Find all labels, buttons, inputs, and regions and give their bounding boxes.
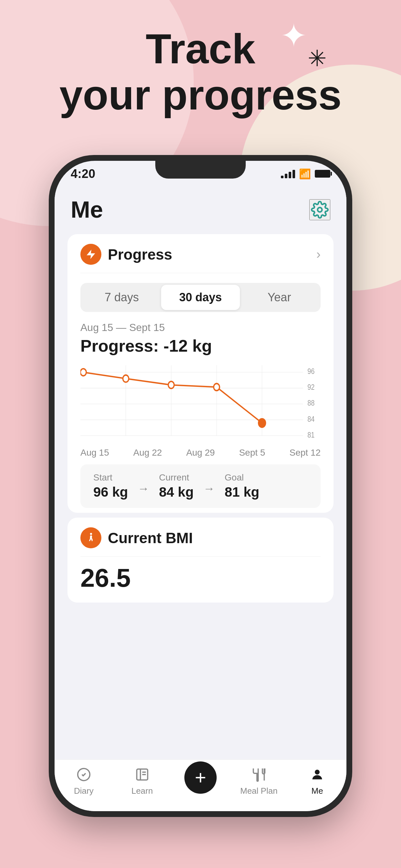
- learn-icon: [133, 766, 151, 783]
- fork-knife-icon: [251, 767, 266, 782]
- x-label-3: Sept 5: [239, 447, 265, 458]
- bmi-card-header-left: Current BMI: [81, 527, 193, 548]
- tab-30days[interactable]: 30 days: [161, 285, 240, 310]
- svg-text:88: 88: [307, 399, 314, 407]
- nav-label-learn: Learn: [131, 786, 153, 796]
- tab-7days[interactable]: 7 days: [82, 285, 161, 310]
- nav-item-add[interactable]: +: [172, 768, 230, 794]
- app-content: Me: [55, 187, 346, 811]
- bmi-icon: [81, 527, 101, 548]
- nav-item-me[interactable]: Me: [288, 766, 346, 796]
- phone-mockup: 4:20 📶 Me: [49, 155, 352, 817]
- x-label-0: Aug 15: [81, 447, 109, 458]
- svg-point-15: [90, 533, 92, 535]
- status-time: 4:20: [71, 167, 95, 181]
- svg-point-0: [318, 207, 322, 212]
- card-divider: [81, 273, 320, 273]
- progress-chevron-icon[interactable]: ›: [316, 247, 320, 261]
- stats-row: Start 96 kg → Current 84 kg → Goal 81 kg: [81, 464, 320, 508]
- nav-item-meal-plan[interactable]: Meal Plan: [229, 766, 288, 796]
- app-header: Me: [55, 187, 346, 229]
- plus-icon: +: [195, 768, 206, 787]
- arrow-current-icon: →: [200, 482, 218, 495]
- chart-point-3: [214, 383, 220, 391]
- date-range: Aug 15 — Sept 15: [67, 321, 334, 334]
- nav-label-meal-plan: Meal Plan: [240, 786, 278, 796]
- page-title: Me: [71, 196, 103, 223]
- progress-icon: [81, 244, 101, 265]
- stat-start: Start 96 kg: [93, 472, 128, 500]
- tab-year[interactable]: Year: [240, 285, 319, 310]
- chart-x-labels: Aug 15 Aug 22 Aug 29 Sept 5 Sept 12: [67, 446, 334, 460]
- stat-current-label: Current: [159, 472, 193, 483]
- check-circle-icon: [76, 767, 91, 782]
- nav-label-me: Me: [312, 786, 323, 796]
- person-walking-icon: [85, 532, 97, 544]
- nav-label-diary: Diary: [74, 786, 94, 796]
- chart-point-2: [168, 381, 174, 389]
- wifi-icon: 📶: [299, 168, 311, 180]
- nav-item-diary[interactable]: Diary: [55, 766, 113, 796]
- bottom-navigation: Diary Learn: [55, 760, 346, 811]
- chart-svg: 96 92 88 84 81: [81, 365, 320, 443]
- person-icon: [310, 767, 325, 782]
- progress-card-title: Progress: [108, 246, 172, 263]
- arrow-start-icon: →: [134, 482, 152, 495]
- chart-point-0: [81, 369, 86, 376]
- nav-item-learn[interactable]: Learn: [113, 766, 172, 796]
- phone-inner: 4:20 📶 Me: [55, 161, 346, 811]
- diary-icon: [75, 766, 93, 783]
- progress-card-header: Progress ›: [67, 234, 334, 273]
- stat-start-value: 96 kg: [93, 485, 128, 500]
- x-label-2: Aug 29: [186, 447, 215, 458]
- svg-text:92: 92: [307, 383, 314, 392]
- battery-icon: [315, 170, 330, 178]
- stat-start-label: Start: [93, 472, 128, 483]
- stat-goal: Goal 81 kg: [225, 472, 259, 500]
- book-icon: [135, 767, 150, 782]
- settings-button[interactable]: [309, 199, 330, 220]
- hero-section: Track your progress: [0, 26, 401, 118]
- stat-current: Current 84 kg: [159, 472, 193, 500]
- stat-current-value: 84 kg: [159, 485, 193, 500]
- add-button[interactable]: +: [184, 762, 217, 794]
- x-label-1: Aug 22: [133, 447, 162, 458]
- bmi-card-header: Current BMI: [67, 518, 334, 556]
- stat-goal-value: 81 kg: [225, 485, 259, 500]
- bmi-card: Current BMI 26.5: [67, 518, 334, 602]
- progress-value-label: Progress: -12 kg: [67, 336, 334, 355]
- weight-chart: 96 92 88 84 81: [67, 362, 334, 446]
- x-label-4: Sept 12: [289, 447, 320, 458]
- phone-outer: 4:20 📶 Me: [49, 155, 352, 817]
- chart-point-1: [123, 375, 129, 382]
- signal-icon: [281, 169, 295, 178]
- meal-plan-icon: [250, 766, 268, 783]
- hero-title: Track your progress: [0, 26, 401, 118]
- me-icon: [308, 766, 326, 783]
- svg-point-21: [315, 770, 320, 774]
- svg-text:84: 84: [307, 414, 314, 423]
- lightning-icon: [85, 249, 96, 260]
- period-tabs: 7 days 30 days Year: [81, 283, 320, 312]
- stat-goal-label: Goal: [225, 472, 259, 483]
- chart-point-4: [258, 418, 266, 428]
- phone-notch: [155, 161, 246, 179]
- progress-card: Progress › 7 days 30 days Year Aug 15 — …: [67, 234, 334, 513]
- bmi-card-title: Current BMI: [108, 529, 193, 547]
- svg-text:96: 96: [307, 367, 314, 376]
- svg-text:81: 81: [307, 430, 314, 439]
- gear-icon: [311, 201, 329, 219]
- progress-card-header-left: Progress: [81, 244, 172, 265]
- bmi-value: 26.5: [67, 557, 334, 602]
- status-icons: 📶: [281, 168, 330, 180]
